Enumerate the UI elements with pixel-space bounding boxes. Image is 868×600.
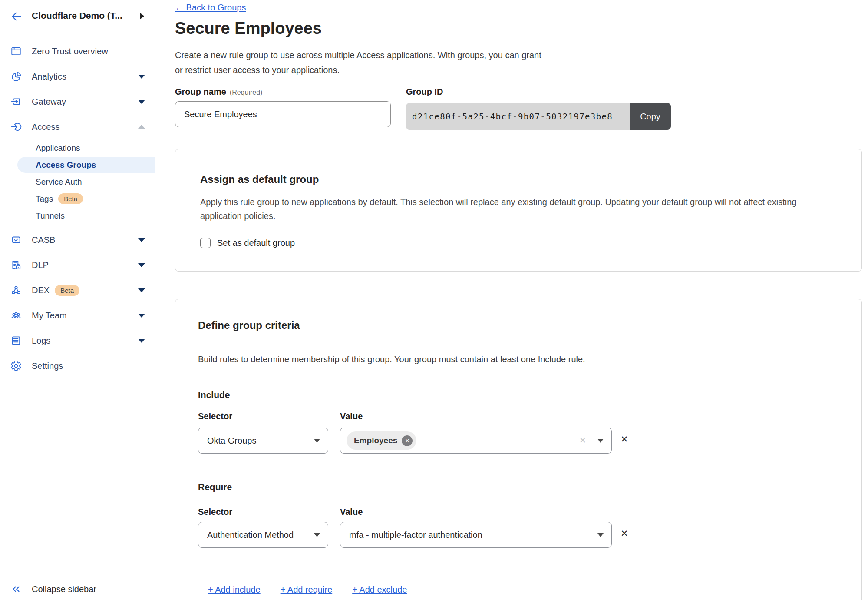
sidebar-item-label: Service Auth — [36, 177, 82, 187]
add-rule-links: + Add include + Add require + Add exclud… — [208, 585, 407, 595]
add-require-link[interactable]: + Add require — [281, 585, 333, 595]
default-group-heading: Assign as default group — [200, 173, 319, 186]
chevron-down-icon — [597, 533, 604, 537]
remove-include-row-button[interactable]: ✕ — [620, 434, 628, 444]
page-description: Create a new rule group to use across mu… — [175, 48, 541, 77]
sidebar-item-settings[interactable]: Settings — [0, 353, 155, 378]
network-nodes-icon — [10, 285, 22, 296]
chevron-down-icon — [597, 439, 604, 443]
include-selector-value: Okta Groups — [207, 436, 256, 446]
sidebar-item-access-groups[interactable]: Access Groups — [0, 156, 155, 173]
clear-values-icon[interactable]: ✕ — [579, 436, 586, 445]
group-id-label: Group ID — [406, 87, 443, 97]
beta-badge: Beta — [55, 285, 79, 296]
require-selector-dropdown[interactable]: Authentication Method — [198, 522, 328, 548]
beta-badge: Beta — [58, 193, 83, 204]
sidebar-item-label: Tunnels — [36, 211, 65, 221]
chevron-right-icon[interactable] — [140, 13, 144, 20]
add-exclude-link[interactable]: + Add exclude — [352, 585, 407, 595]
default-group-description-line2: application policies. — [200, 209, 796, 223]
people-icon — [10, 310, 22, 321]
require-value-label: Value — [340, 507, 363, 517]
sidebar: Cloudflare Demo (T... Zero Trust overvie… — [0, 0, 155, 600]
sidebar-item-label: Applications — [36, 143, 80, 153]
collapse-sidebar-button[interactable]: Collapse sidebar — [0, 578, 155, 600]
page-description-line1: Create a new rule group to use across mu… — [175, 48, 541, 63]
include-heading: Include — [198, 390, 230, 400]
require-heading: Require — [198, 482, 232, 492]
list-doc-icon — [10, 335, 22, 346]
chevron-down-icon — [314, 439, 320, 443]
sidebar-item-label: Zero Trust overview — [32, 46, 108, 56]
chevron-down-icon — [138, 314, 145, 318]
required-hint: (Required) — [230, 89, 263, 96]
remove-require-row-button[interactable]: ✕ — [620, 528, 628, 539]
sidebar-item-access[interactable]: Access — [0, 114, 155, 139]
set-default-checkbox-label: Set as default group — [217, 238, 295, 248]
chevron-down-icon — [138, 263, 145, 267]
sidebar-item-my-team[interactable]: My Team — [0, 303, 155, 328]
sidebar-item-label: DLP — [32, 260, 49, 270]
back-to-groups-link[interactable]: ← Back to Groups — [175, 3, 246, 13]
window-icon — [10, 46, 22, 57]
account-name: Cloudflare Demo (T... — [32, 10, 122, 21]
default-group-card: Assign as default group Apply this rule … — [175, 149, 862, 272]
sidebar-item-service-auth[interactable]: Service Auth — [0, 173, 155, 190]
arrow-left-icon[interactable] — [10, 10, 23, 23]
sidebar-item-label: Analytics — [32, 72, 66, 82]
include-value-multiselect[interactable]: Employees ✕ ✕ — [340, 428, 612, 454]
chevron-down-icon — [314, 533, 320, 537]
set-default-checkbox[interactable] — [200, 238, 211, 248]
criteria-description: Build rules to determine membership of t… — [198, 352, 585, 366]
sidebar-item-applications[interactable]: Applications — [0, 139, 155, 156]
sidebar-item-label: Settings — [32, 361, 63, 371]
include-selector-label: Selector — [198, 411, 232, 421]
chevrons-left-icon — [10, 583, 22, 595]
default-group-description-line1: Apply this rule group to new application… — [200, 195, 796, 209]
sidebar-item-tunnels[interactable]: Tunnels — [0, 207, 155, 224]
sidebar-item-logs[interactable]: Logs — [0, 328, 155, 353]
gear-icon — [10, 360, 22, 371]
gateway-icon — [10, 96, 22, 107]
remove-tag-icon[interactable]: ✕ — [402, 435, 413, 446]
page-description-line2: or restrict user access to your applicat… — [175, 63, 541, 77]
criteria-card: Define group criteria Build rules to det… — [175, 299, 862, 600]
chevron-down-icon — [138, 100, 145, 104]
sidebar-item-dex[interactable]: DEX Beta — [0, 278, 155, 303]
sidebar-item-dlp[interactable]: DLP — [0, 252, 155, 278]
chevron-down-icon — [138, 288, 145, 292]
group-name-input[interactable] — [175, 101, 391, 127]
criteria-heading: Define group criteria — [198, 319, 300, 331]
collapse-sidebar-label: Collapse sidebar — [32, 584, 96, 594]
chevron-up-icon — [138, 125, 145, 129]
sidebar-item-analytics[interactable]: Analytics — [0, 64, 155, 89]
sidebar-item-gateway[interactable]: Gateway — [0, 89, 155, 114]
sidebar-item-label: Gateway — [32, 97, 66, 107]
sidebar-nav: Zero Trust overview Analytics Gateway Ac… — [0, 33, 155, 378]
sidebar-item-label: DEX — [32, 285, 50, 295]
include-value-label: Value — [340, 411, 363, 421]
shield-check-icon — [10, 234, 22, 245]
sidebar-item-label: Tags — [36, 194, 53, 204]
sidebar-item-label: CASB — [32, 235, 55, 245]
sidebar-item-label: Logs — [32, 336, 50, 346]
sidebar-item-label: Access Groups — [36, 160, 96, 170]
group-name-label-text: Group name — [175, 87, 226, 96]
login-arrow-icon — [10, 121, 22, 133]
sidebar-item-casb[interactable]: CASB — [0, 227, 155, 252]
require-value-dropdown[interactable]: mfa - multiple-factor authentication — [340, 522, 612, 548]
sidebar-item-zero-trust-overview[interactable]: Zero Trust overview — [0, 39, 155, 64]
group-name-label: Group name(Required) — [175, 87, 262, 97]
main-content: ← Back to Groups Secure Employees Create… — [155, 0, 868, 600]
include-selector-dropdown[interactable]: Okta Groups — [198, 428, 328, 454]
copy-button[interactable]: Copy — [630, 103, 671, 130]
employees-tag: Employees ✕ — [347, 431, 416, 450]
require-selector-label: Selector — [198, 507, 232, 517]
sidebar-item-label: Access — [32, 122, 59, 132]
chevron-down-icon — [138, 339, 145, 343]
sidebar-item-tags[interactable]: Tags Beta — [0, 190, 155, 207]
add-include-link[interactable]: + Add include — [208, 585, 261, 595]
pie-chart-icon — [10, 71, 22, 82]
account-header: Cloudflare Demo (T... — [0, 0, 155, 33]
employees-tag-label: Employees — [354, 436, 397, 445]
